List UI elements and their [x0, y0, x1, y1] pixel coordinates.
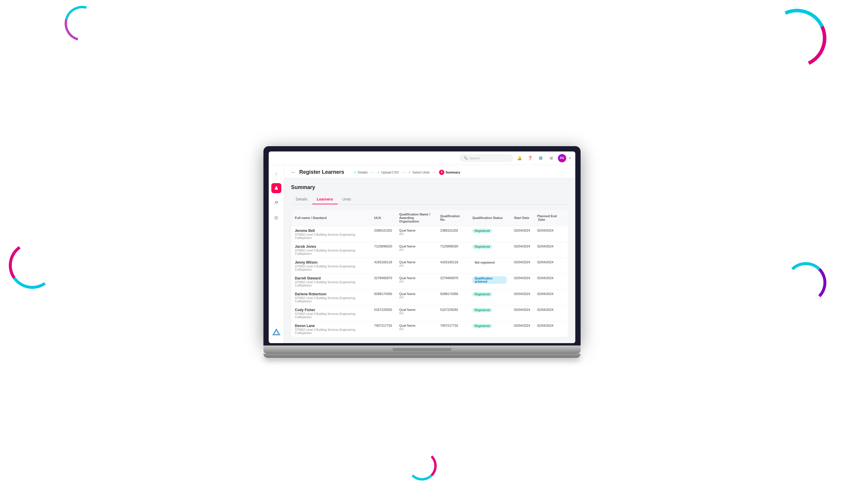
laptop-foot	[263, 354, 581, 358]
cell-qual-no: 4165160118	[437, 258, 469, 274]
table-row: Jacob Jones ST0062 Level 3 Building Serv…	[291, 242, 568, 258]
cell-uln: 7125896020	[371, 242, 395, 258]
cell-learner-name: Devon Lane ST0062 Level 3 Building Servi…	[291, 321, 371, 337]
cell-status: Registered	[469, 321, 510, 337]
step-details: ✓ Details	[354, 170, 368, 174]
table-row: Devon Lane ST0062 Level 3 Building Servi…	[291, 321, 568, 337]
tab-learners[interactable]: Learners	[312, 195, 338, 204]
tab-details[interactable]: Details	[291, 195, 312, 204]
cell-status: Not registered	[469, 258, 510, 274]
cell-qual-no: 7125896020	[437, 242, 469, 258]
cell-qual: Qual Name AO	[395, 274, 437, 290]
wizard-steps: ✓ Details — ✓ Upload CSV — ✓	[354, 170, 460, 175]
cell-start-date: 02/04/2024	[510, 258, 533, 274]
col-header-qual: Qualification Name /Awarding Organisatio…	[395, 210, 437, 226]
step-dash-2: —	[401, 170, 406, 175]
user-dropdown-arrow[interactable]: ▾	[569, 157, 570, 160]
table-row: Jerome Bell ST0062 Level 3 Building Serv…	[291, 226, 568, 242]
cell-learner-name: Darlene Robertson ST0062 Level 3 Buildin…	[291, 290, 371, 306]
laptop-frame: 🔍 Search 🔔 ❓ ⚙️ ⊞ RG ▾ ⌂	[263, 146, 581, 358]
step-num-4: 4	[439, 170, 444, 175]
sidebar-users[interactable]	[271, 198, 281, 208]
cell-uln: 2388101202	[371, 226, 395, 242]
cell-qual-no: 2278405870	[437, 274, 469, 290]
grid-nav-icon[interactable]: ⊞	[547, 155, 555, 162]
cell-end-date: 02/04/2024	[533, 321, 568, 337]
sidebar-register[interactable]	[271, 183, 281, 193]
notification-icon[interactable]: 🔔	[516, 155, 523, 162]
sidebar-grid[interactable]: ⊞	[271, 213, 281, 222]
table-row: Jenny Wilson ST0062 Level 3 Building Ser…	[291, 258, 568, 274]
sidebar: ⌂	[269, 165, 284, 343]
cell-qual-no: 9288174356	[437, 290, 469, 306]
step-units-label: Select Units	[412, 170, 429, 174]
cell-end-date: 02/04/2024	[533, 290, 568, 306]
cell-qual: Qual Name AO	[395, 321, 437, 337]
cell-end-date: 02/04/2024	[533, 274, 568, 290]
svg-point-2	[276, 201, 278, 203]
cell-start-date: 02/04/2024	[510, 274, 533, 290]
screen-content: 🔍 Search 🔔 ❓ ⚙️ ⊞ RG ▾ ⌂	[269, 151, 575, 343]
cell-uln: 9288174356	[371, 290, 395, 306]
cell-learner-name: Cody Fisher ST0062 Level 3 Building Serv…	[291, 306, 371, 321]
learners-table: Full name / Standard ULN Qualification N…	[291, 209, 568, 337]
app-logo	[271, 328, 281, 337]
col-header-end: Planned End Date	[533, 210, 568, 226]
cell-qual: Qual Name AO	[395, 258, 437, 274]
settings-icon[interactable]: ⚙️	[537, 155, 544, 162]
sidebar-home[interactable]: ⌂	[271, 168, 281, 178]
search-box[interactable]: 🔍 Search	[460, 155, 513, 161]
deco-circle-mid-left	[5, 238, 59, 292]
cell-qual: Qual Name AO	[395, 290, 437, 306]
table-row: Darrell Steward ST0062 Level 3 Building …	[291, 274, 568, 290]
search-icon: 🔍	[464, 156, 468, 160]
help-icon[interactable]: ❓	[526, 155, 534, 162]
col-header-uln: ULN	[371, 210, 395, 226]
cell-status: Registered	[469, 290, 510, 306]
top-navbar: 🔍 Search 🔔 ❓ ⚙️ ⊞ RG ▾	[269, 151, 575, 165]
step-summary: 4 Summary	[439, 170, 460, 175]
search-input-placeholder[interactable]: Search	[470, 157, 480, 160]
cell-uln: 7407217732	[371, 321, 395, 337]
cell-qual-no: 7407217732	[437, 321, 469, 337]
cell-start-date: 02/04/2024	[510, 306, 533, 321]
col-header-status: Qualification Status	[469, 210, 510, 226]
cell-end-date: 02/04/2024	[533, 226, 568, 242]
cell-qual: Qual Name AO	[395, 242, 437, 258]
step-units: ✓ Select Units	[408, 170, 429, 174]
cell-uln: 4165160118	[371, 258, 395, 274]
cell-uln: 5167229292	[371, 306, 395, 321]
section-title: Summary	[291, 184, 568, 191]
cell-status: Registered	[469, 306, 510, 321]
deco-circle-top-right	[759, 1, 834, 76]
cell-end-date: 02/04/2024	[533, 258, 568, 274]
step-details-label: Details	[358, 170, 368, 174]
cell-qual-no: 2388101202	[437, 226, 469, 242]
back-button[interactable]: ←	[291, 170, 296, 175]
step-dash-3: —	[432, 170, 437, 175]
tab-units[interactable]: Units	[338, 195, 356, 204]
step-check-icon-3: ✓	[408, 170, 411, 174]
col-header-qual-no: Qualification No.	[437, 210, 469, 226]
cell-learner-name: Jerome Bell ST0062 Level 3 Building Serv…	[291, 226, 371, 242]
cell-learner-name: Darrell Steward ST0062 Level 3 Building …	[291, 274, 371, 290]
cell-qual-no: 5167229292	[437, 306, 469, 321]
cell-start-date: 02/04/2024	[510, 242, 533, 258]
col-header-name: Full name / Standard	[291, 210, 371, 226]
cell-status: Qualification achieved	[469, 274, 510, 290]
laptop-notch	[393, 348, 451, 351]
tabs-row: Details Learners Units	[291, 195, 568, 204]
cell-end-date: 02/04/2024	[533, 306, 568, 321]
cell-start-date: 02/04/2024	[510, 290, 533, 306]
content-body: Summary Details Learners Units	[284, 178, 575, 343]
deco-circle-mid-right	[785, 262, 826, 303]
step-check-icon-2: ✓	[377, 170, 380, 174]
step-summary-label: Summary	[445, 170, 460, 174]
deco-circle-top-left	[58, 0, 106, 48]
table-row: Cody Fisher ST0062 Level 3 Building Serv…	[291, 306, 568, 321]
col-header-start: Start Date	[510, 210, 533, 226]
step-upload: ✓ Upload CSV	[377, 170, 399, 174]
page-title: Register Learners	[299, 169, 344, 175]
user-avatar[interactable]: RG	[558, 154, 566, 162]
cell-start-date: 02/04/2024	[510, 226, 533, 242]
